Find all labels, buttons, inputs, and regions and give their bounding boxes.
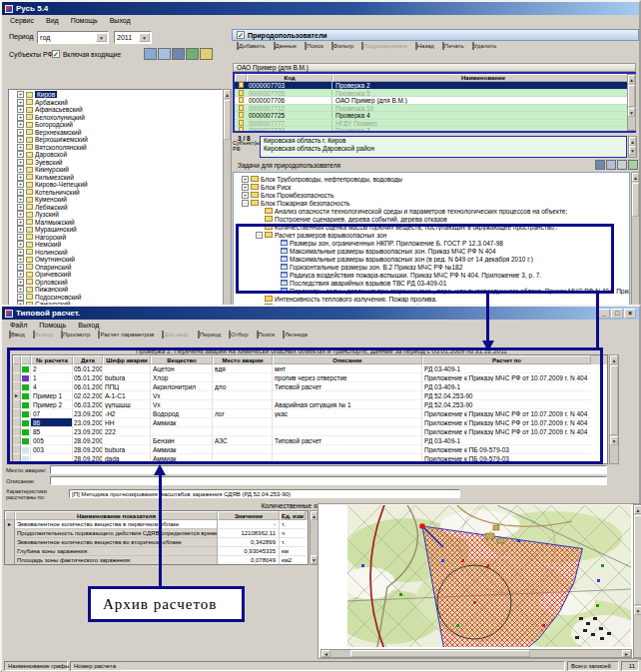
toolbar-icon[interactable]	[617, 160, 627, 170]
tree-item[interactable]: + Опаринский	[9, 264, 222, 272]
cell-param-name[interactable]: Продолжительность поражающего действия С…	[15, 529, 218, 538]
expand-icon[interactable]: +	[17, 91, 24, 98]
tree-item[interactable]: + Вятскополянский	[9, 144, 222, 152]
tree-item-label[interactable]: Опаринский	[35, 264, 71, 271]
tree-item-label[interactable]: Мурашинский	[35, 226, 77, 233]
subject-row[interactable]: Кировская область Даровской район	[261, 145, 626, 153]
tree-item[interactable]: + Кикнурский	[9, 166, 222, 174]
cell-code[interactable]: 0000007777	[247, 120, 332, 127]
period-select[interactable]: год▼	[37, 31, 109, 44]
expand-icon[interactable]: +	[17, 286, 24, 293]
expand-icon[interactable]: +	[17, 234, 24, 241]
expand-icon[interactable]	[256, 216, 263, 223]
task-item[interactable]: Построение сценариев, дерева событий, де…	[234, 215, 629, 223]
tree-item-label[interactable]: Оричевский	[35, 271, 71, 278]
tree-item-label[interactable]: Даровской	[35, 151, 67, 158]
tree-item-label[interactable]: Афанасьевский	[35, 106, 83, 113]
tree-item[interactable]: + Нолинский	[9, 249, 222, 257]
tree-item[interactable]: + Омутнинский	[9, 256, 222, 264]
tree-item-label[interactable]: Верхошижемский	[35, 136, 88, 143]
task-label[interactable]: Анализ опасности технологической среды и…	[275, 208, 567, 215]
toolbar-button[interactable]: Период	[194, 331, 225, 337]
toolbar-button[interactable]: Печать	[438, 42, 468, 49]
cell-name[interactable]: НГДУ Пример	[332, 120, 634, 127]
calc-window-titlebar[interactable]: Типовой расчет. _ □ ×	[2, 307, 639, 320]
expand-icon[interactable]: +	[17, 189, 24, 196]
col-unit[interactable]: Ед. изм	[280, 511, 306, 520]
tree-item[interactable]: + Верхошижемский	[9, 136, 222, 144]
toolbar-button[interactable]: Подразделения	[357, 42, 411, 49]
table-row[interactable]: 0000007703 Проверка 2	[235, 82, 634, 90]
task-label[interactable]: Построение сценариев, дерева событий, де…	[275, 216, 447, 223]
menu-item[interactable]: Выход	[104, 17, 137, 24]
menu-item[interactable]: Вид	[40, 17, 65, 24]
scroll-up-icon[interactable]: ▲	[629, 137, 636, 146]
accidents-scrollbar[interactable]: ▲ ▼	[609, 354, 619, 464]
scroll-thumb[interactable]	[350, 650, 530, 657]
toolbar-button[interactable]: Поиск	[253, 331, 280, 337]
expand-icon[interactable]: +	[17, 256, 24, 263]
expand-icon[interactable]: +	[17, 294, 24, 301]
expand-icon[interactable]: +	[17, 159, 24, 166]
tree-item-label[interactable]: Котельничский	[35, 189, 80, 196]
tree-item-label[interactable]: Нолинский	[35, 249, 68, 256]
tree-scrollbar[interactable]: ▲	[223, 89, 232, 335]
cell-unit[interactable]: км	[280, 547, 306, 556]
expand-icon[interactable]: +	[17, 166, 24, 173]
expand-icon[interactable]: +	[17, 226, 24, 233]
toolbar-icon[interactable]	[186, 48, 199, 60]
task-item[interactable]: + Блок Трубопроводы, нефтепроводы, водов…	[234, 175, 629, 183]
expand-icon[interactable]: +	[17, 99, 24, 106]
expand-icon[interactable]: -	[242, 200, 249, 207]
tree-item[interactable]: + Малмыжский	[9, 219, 222, 227]
tree-item-label[interactable]: Нагорский	[35, 234, 66, 241]
expand-icon[interactable]	[256, 296, 263, 303]
expand-icon[interactable]: +	[17, 181, 24, 188]
expand-icon[interactable]: +	[17, 271, 24, 278]
tree-item[interactable]: + Мурашинский	[9, 226, 222, 234]
tree-item-label[interactable]: Куменский	[35, 196, 67, 203]
cell-value[interactable]: 0,078049	[218, 556, 280, 565]
table-row[interactable]: 0000007725 Проверка 4	[235, 112, 634, 120]
scroll-thumb[interactable]	[610, 365, 618, 435]
expand-icon[interactable]: +	[17, 106, 24, 113]
maximize-button[interactable]: □	[611, 309, 623, 319]
scroll-down-icon[interactable]: ▼	[628, 108, 635, 117]
task-label[interactable]: Блок Риск	[261, 184, 291, 191]
task-item[interactable]: + Блок Промбезопасность	[234, 191, 629, 199]
scroll-up-icon[interactable]: ▲	[224, 90, 231, 99]
tree-item-label[interactable]: Пижанский	[35, 286, 68, 293]
expand-icon[interactable]: +	[17, 279, 24, 286]
col-param-name[interactable]: Наименование показателя	[15, 511, 218, 520]
minimize-button[interactable]: _	[598, 309, 610, 319]
tree-item-label[interactable]: Белохолуницкий	[35, 114, 85, 121]
cell-param-name[interactable]: Эквивалентное количество вещества во вто…	[15, 538, 218, 547]
tree-item[interactable]: + Арбажский	[9, 99, 222, 107]
close-button[interactable]: ×	[624, 309, 636, 319]
cell-param-name[interactable]: Глубина зоны заражения:	[15, 547, 218, 556]
place-field[interactable]	[50, 465, 607, 474]
toolbar-icon[interactable]	[595, 160, 605, 170]
expand-icon[interactable]: +	[17, 219, 24, 226]
tree-item[interactable]: + Немский	[9, 241, 222, 249]
tree-item-label[interactable]: Орловский	[35, 279, 68, 286]
expand-icon[interactable]: +	[17, 151, 24, 158]
tree-item-label[interactable]: Лузский	[35, 211, 59, 218]
cell-code[interactable]: 0000007705	[247, 90, 332, 97]
table-row[interactable]: 0000007712 Проверка 10	[235, 105, 634, 113]
toolbar-icon[interactable]	[606, 160, 616, 170]
scroll-up-icon[interactable]: ▲	[610, 355, 618, 364]
characteristic-row[interactable]: Продолжительность поражающего действия С…	[5, 529, 308, 538]
cell-name[interactable]: Проверка 3	[332, 127, 634, 133]
toolbar-button[interactable]: Поиск	[301, 42, 327, 49]
table-row[interactable]: 0000007777 НГДУ Пример	[235, 120, 634, 128]
cell-value[interactable]: 0,93045335	[218, 547, 280, 556]
cell-code[interactable]: 0000007725	[247, 112, 332, 119]
tree-item[interactable]: + Лебяжский	[9, 204, 222, 212]
desc-field[interactable]	[50, 476, 607, 485]
scroll-down-icon[interactable]: ▼	[311, 555, 318, 564]
toolbar-button[interactable]: Просмотр	[57, 331, 94, 337]
include-nested-checkbox[interactable]: ✓	[52, 50, 60, 58]
scroll-thumb[interactable]	[224, 100, 231, 140]
row-selector[interactable]	[5, 529, 15, 538]
